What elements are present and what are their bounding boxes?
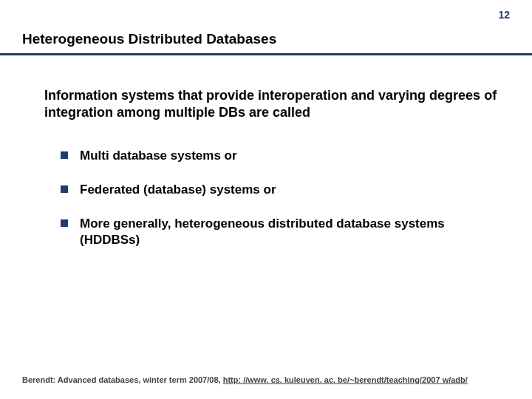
footer-prefix: Berendt: Advanced databases, winter term… [22,375,223,384]
bullet-list: Multi database systems or Federated (dat… [61,148,502,266]
list-item: More generally, heterogeneous distribute… [61,216,502,248]
list-item: Federated (database) systems or [61,182,502,198]
slide: 12 Heterogeneous Distributed Databases I… [0,0,532,399]
footer-link[interactable]: http: //www. cs. kuleuven. ac. be/~beren… [223,375,468,384]
slide-title: Heterogeneous Distributed Databases [22,31,276,47]
page-number: 12 [498,9,510,21]
list-item: Multi database systems or [61,148,502,164]
footer: Berendt: Advanced databases, winter term… [22,375,517,384]
title-rule [0,53,532,55]
intro-paragraph: Information systems that provide interop… [44,87,502,122]
